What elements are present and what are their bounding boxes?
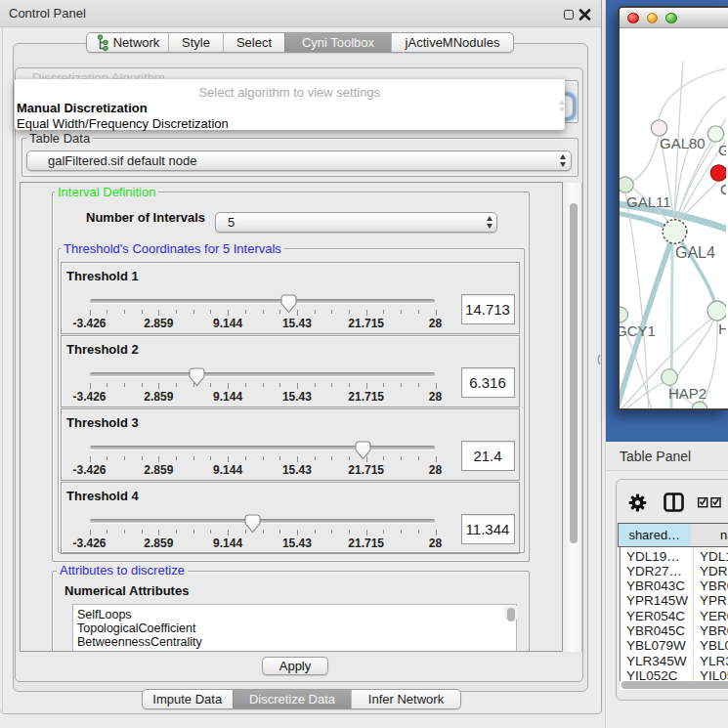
svg-text:C: C bbox=[720, 181, 726, 197]
svg-text:GAL11: GAL11 bbox=[626, 193, 671, 210]
svg-text:GAL80: GAL80 bbox=[660, 135, 706, 151]
svg-text:GAL4: GAL4 bbox=[675, 244, 715, 261]
svg-text:HAP2: HAP2 bbox=[668, 385, 707, 402]
svg-text:GA: GA bbox=[718, 142, 726, 158]
svg-text:GCY1: GCY1 bbox=[620, 322, 656, 339]
svg-text:H: H bbox=[718, 321, 726, 337]
